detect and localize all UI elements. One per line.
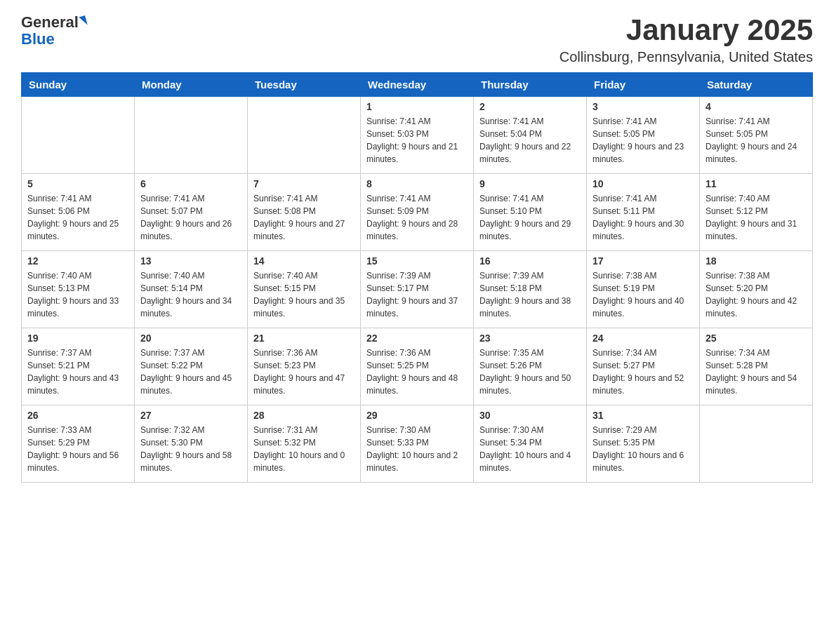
- day-number: 10: [593, 178, 694, 189]
- day-number: 11: [706, 178, 807, 189]
- calendar-cell: [700, 405, 813, 483]
- day-info: Sunrise: 7:31 AMSunset: 5:32 PMDaylight:…: [253, 424, 355, 474]
- day-info: Sunrise: 7:41 AMSunset: 5:06 PMDaylight:…: [27, 192, 128, 243]
- calendar-cell: 15Sunrise: 7:39 AMSunset: 5:17 PMDayligh…: [361, 251, 474, 328]
- day-number: 9: [479, 178, 581, 189]
- calendar-cell: 28Sunrise: 7:31 AMSunset: 5:32 PMDayligh…: [248, 405, 361, 483]
- day-info: Sunrise: 7:41 AMSunset: 5:09 PMDaylight:…: [366, 192, 468, 243]
- col-wednesday: Wednesday: [361, 73, 474, 97]
- day-info: Sunrise: 7:36 AMSunset: 5:23 PMDaylight:…: [253, 347, 355, 397]
- calendar-cell: [22, 97, 135, 174]
- calendar-cell: 21Sunrise: 7:36 AMSunset: 5:23 PMDayligh…: [248, 328, 361, 405]
- day-info: Sunrise: 7:37 AMSunset: 5:22 PMDaylight:…: [140, 347, 241, 397]
- day-info: Sunrise: 7:41 AMSunset: 5:05 PMDaylight:…: [593, 115, 694, 166]
- day-info: Sunrise: 7:35 AMSunset: 5:26 PMDaylight:…: [479, 347, 581, 397]
- calendar-cell: 20Sunrise: 7:37 AMSunset: 5:22 PMDayligh…: [135, 328, 248, 405]
- calendar-cell: 30Sunrise: 7:30 AMSunset: 5:34 PMDayligh…: [474, 405, 587, 483]
- day-number: 22: [366, 333, 468, 344]
- day-info: Sunrise: 7:30 AMSunset: 5:33 PMDaylight:…: [366, 424, 468, 474]
- day-number: 29: [366, 410, 468, 421]
- calendar-cell: 10Sunrise: 7:41 AMSunset: 5:11 PMDayligh…: [587, 174, 700, 251]
- title-block: January 2025 Collinsburg, Pennsylvania, …: [560, 14, 813, 65]
- calendar-header-row: Sunday Monday Tuesday Wednesday Thursday…: [22, 73, 813, 97]
- day-info: Sunrise: 7:39 AMSunset: 5:17 PMDaylight:…: [366, 269, 468, 320]
- col-tuesday: Tuesday: [248, 73, 361, 97]
- calendar-title: January 2025: [560, 14, 813, 46]
- day-number: 31: [593, 410, 694, 421]
- calendar-cell: 16Sunrise: 7:39 AMSunset: 5:18 PMDayligh…: [474, 251, 587, 328]
- day-info: Sunrise: 7:40 AMSunset: 5:14 PMDaylight:…: [140, 269, 241, 320]
- day-info: Sunrise: 7:39 AMSunset: 5:18 PMDaylight:…: [479, 269, 581, 320]
- day-number: 17: [593, 255, 694, 267]
- calendar-week-row: 19Sunrise: 7:37 AMSunset: 5:21 PMDayligh…: [22, 328, 813, 405]
- day-number: 30: [479, 410, 581, 421]
- day-info: Sunrise: 7:41 AMSunset: 5:03 PMDaylight:…: [366, 115, 468, 166]
- calendar-cell: 12Sunrise: 7:40 AMSunset: 5:13 PMDayligh…: [22, 251, 135, 328]
- day-number: 7: [253, 178, 355, 189]
- logo-blue-text: Blue: [21, 31, 55, 48]
- col-monday: Monday: [135, 73, 248, 97]
- calendar-cell: 31Sunrise: 7:29 AMSunset: 5:35 PMDayligh…: [587, 405, 700, 483]
- logo-general-text: General: [21, 14, 79, 31]
- calendar-cell: 7Sunrise: 7:41 AMSunset: 5:08 PMDaylight…: [248, 174, 361, 251]
- day-info: Sunrise: 7:40 AMSunset: 5:15 PMDaylight:…: [253, 269, 355, 320]
- day-number: 14: [253, 255, 355, 267]
- calendar-cell: 8Sunrise: 7:41 AMSunset: 5:09 PMDaylight…: [361, 174, 474, 251]
- calendar-cell: 17Sunrise: 7:38 AMSunset: 5:19 PMDayligh…: [587, 251, 700, 328]
- day-number: 12: [27, 255, 128, 267]
- day-info: Sunrise: 7:30 AMSunset: 5:34 PMDaylight:…: [479, 424, 581, 474]
- calendar-cell: 14Sunrise: 7:40 AMSunset: 5:15 PMDayligh…: [248, 251, 361, 328]
- day-info: Sunrise: 7:34 AMSunset: 5:28 PMDaylight:…: [706, 347, 807, 397]
- day-number: 18: [706, 255, 807, 267]
- day-info: Sunrise: 7:41 AMSunset: 5:04 PMDaylight:…: [479, 115, 581, 166]
- calendar-cell: 4Sunrise: 7:41 AMSunset: 5:05 PMDaylight…: [700, 97, 813, 174]
- day-info: Sunrise: 7:38 AMSunset: 5:20 PMDaylight:…: [706, 269, 807, 320]
- calendar-cell: 1Sunrise: 7:41 AMSunset: 5:03 PMDaylight…: [361, 97, 474, 174]
- day-info: Sunrise: 7:32 AMSunset: 5:30 PMDaylight:…: [140, 424, 241, 474]
- day-info: Sunrise: 7:41 AMSunset: 5:08 PMDaylight:…: [253, 192, 355, 243]
- day-number: 16: [479, 255, 581, 267]
- page-header: General Blue January 2025 Collinsburg, P…: [21, 14, 813, 65]
- col-saturday: Saturday: [700, 73, 813, 97]
- day-number: 8: [366, 178, 468, 189]
- calendar-table: Sunday Monday Tuesday Wednesday Thursday…: [21, 72, 813, 483]
- calendar-cell: 5Sunrise: 7:41 AMSunset: 5:06 PMDaylight…: [22, 174, 135, 251]
- col-friday: Friday: [587, 73, 700, 97]
- day-number: 24: [593, 333, 694, 344]
- calendar-cell: 27Sunrise: 7:32 AMSunset: 5:30 PMDayligh…: [135, 405, 248, 483]
- calendar-week-row: 5Sunrise: 7:41 AMSunset: 5:06 PMDaylight…: [22, 174, 813, 251]
- calendar-cell: 29Sunrise: 7:30 AMSunset: 5:33 PMDayligh…: [361, 405, 474, 483]
- day-info: Sunrise: 7:41 AMSunset: 5:11 PMDaylight:…: [593, 192, 694, 243]
- day-info: Sunrise: 7:40 AMSunset: 5:13 PMDaylight:…: [27, 269, 128, 320]
- calendar-cell: 23Sunrise: 7:35 AMSunset: 5:26 PMDayligh…: [474, 328, 587, 405]
- day-number: 23: [479, 333, 581, 344]
- day-number: 21: [253, 333, 355, 344]
- day-info: Sunrise: 7:41 AMSunset: 5:07 PMDaylight:…: [140, 192, 241, 243]
- calendar-cell: 24Sunrise: 7:34 AMSunset: 5:27 PMDayligh…: [587, 328, 700, 405]
- logo: General Blue: [21, 14, 86, 48]
- day-number: 3: [593, 101, 694, 112]
- day-number: 15: [366, 255, 468, 267]
- day-number: 6: [140, 178, 241, 189]
- day-number: 4: [706, 101, 807, 112]
- day-info: Sunrise: 7:34 AMSunset: 5:27 PMDaylight:…: [593, 347, 694, 397]
- day-info: Sunrise: 7:37 AMSunset: 5:21 PMDaylight:…: [27, 347, 128, 397]
- day-number: 25: [706, 333, 807, 344]
- day-info: Sunrise: 7:41 AMSunset: 5:10 PMDaylight:…: [479, 192, 581, 243]
- calendar-cell: 9Sunrise: 7:41 AMSunset: 5:10 PMDaylight…: [474, 174, 587, 251]
- day-number: 1: [366, 101, 468, 112]
- day-number: 5: [27, 178, 128, 189]
- calendar-cell: [135, 97, 248, 174]
- day-number: 28: [253, 410, 355, 421]
- calendar-cell: 2Sunrise: 7:41 AMSunset: 5:04 PMDaylight…: [474, 97, 587, 174]
- calendar-cell: 22Sunrise: 7:36 AMSunset: 5:25 PMDayligh…: [361, 328, 474, 405]
- day-number: 19: [27, 333, 128, 344]
- calendar-week-row: 1Sunrise: 7:41 AMSunset: 5:03 PMDaylight…: [22, 97, 813, 174]
- logo-arrow-icon: [79, 15, 87, 27]
- calendar-week-row: 26Sunrise: 7:33 AMSunset: 5:29 PMDayligh…: [22, 405, 813, 483]
- calendar-week-row: 12Sunrise: 7:40 AMSunset: 5:13 PMDayligh…: [22, 251, 813, 328]
- day-info: Sunrise: 7:36 AMSunset: 5:25 PMDaylight:…: [366, 347, 468, 397]
- calendar-cell: [248, 97, 361, 174]
- calendar-cell: 18Sunrise: 7:38 AMSunset: 5:20 PMDayligh…: [700, 251, 813, 328]
- calendar-cell: 19Sunrise: 7:37 AMSunset: 5:21 PMDayligh…: [22, 328, 135, 405]
